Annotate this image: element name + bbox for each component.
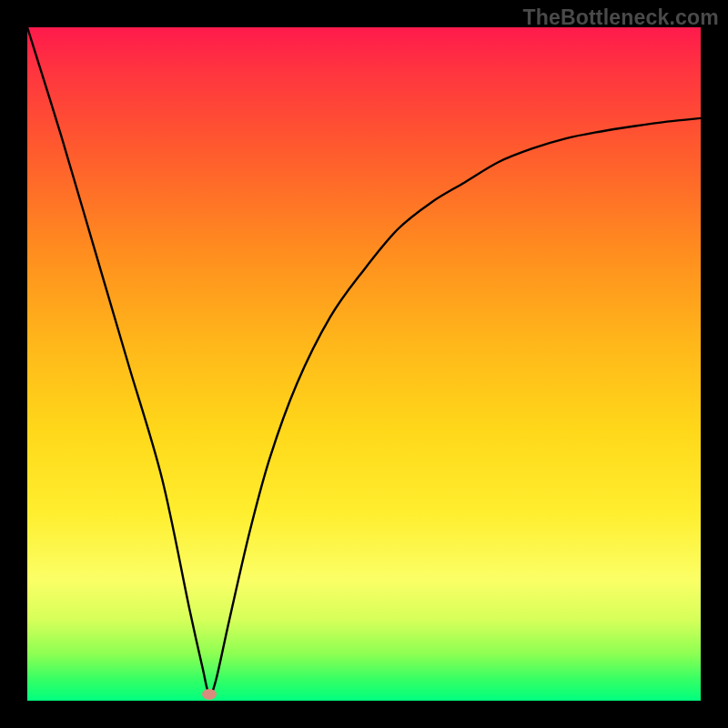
plot-area — [27, 27, 701, 701]
bottleneck-curve — [27, 27, 701, 694]
watermark-text: TheBottleneck.com — [522, 5, 719, 30]
optimal-marker — [202, 689, 217, 700]
chart-frame: TheBottleneck.com — [0, 0, 728, 728]
curve-svg — [27, 27, 701, 701]
